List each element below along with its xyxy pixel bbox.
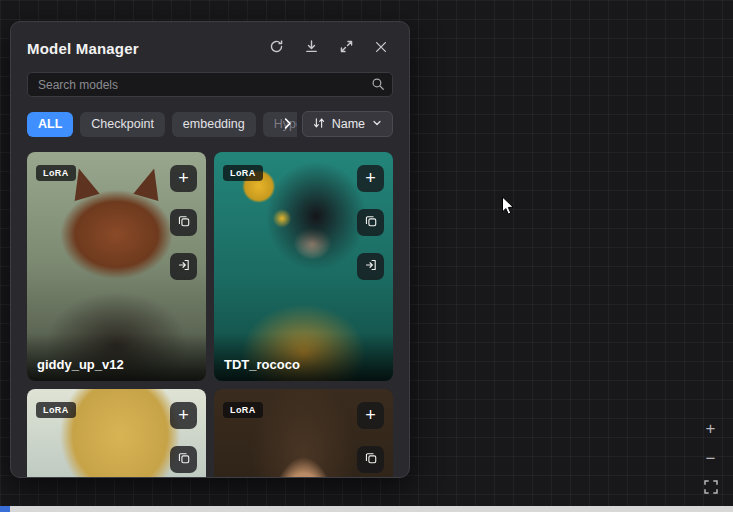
zoom-in-button[interactable]: + <box>700 418 721 439</box>
expand-icon <box>339 39 354 57</box>
copy-model-button[interactable] <box>170 446 197 473</box>
refresh-icon <box>269 39 284 57</box>
panel-title: Model Manager <box>27 40 139 57</box>
copy-model-button[interactable] <box>357 446 384 473</box>
panel-header-actions <box>264 36 393 60</box>
model-manager-panel: Model Manager ALL <box>10 21 410 478</box>
copy-icon <box>364 451 378 468</box>
model-card-row2-left[interactable]: LoRA + <box>27 389 206 478</box>
load-model-button[interactable] <box>170 253 197 280</box>
filter-chips: ALL Checkpoint embedding Hype <box>27 112 297 137</box>
sort-dropdown[interactable]: Name <box>302 111 393 137</box>
model-type-badge: LoRA <box>223 165 263 181</box>
copy-model-button[interactable] <box>357 209 384 236</box>
load-icon <box>364 258 378 275</box>
search-input[interactable] <box>27 72 393 97</box>
model-card-row2-right[interactable]: LoRA + <box>214 389 393 478</box>
canvas-controls: + − <box>700 418 721 499</box>
add-model-button[interactable]: + <box>170 165 197 192</box>
copy-icon <box>177 214 191 231</box>
load-model-button[interactable] <box>357 253 384 280</box>
add-model-button[interactable]: + <box>357 165 384 192</box>
model-card-giddy-up[interactable]: LoRA + giddy_up_v12 <box>27 152 206 381</box>
filter-row: ALL Checkpoint embedding Hype Name <box>27 111 393 137</box>
sort-label: Name <box>332 117 365 131</box>
model-name: TDT_rococo <box>214 333 393 381</box>
model-type-badge: LoRA <box>223 402 263 418</box>
copy-icon <box>364 214 378 231</box>
search-icon <box>371 77 385 95</box>
fit-view-button[interactable] <box>700 478 721 499</box>
filter-chip-all[interactable]: ALL <box>27 112 73 137</box>
model-type-badge: LoRA <box>36 402 76 418</box>
search-bar <box>27 72 393 97</box>
add-model-button[interactable]: + <box>170 402 197 429</box>
close-icon <box>374 40 388 57</box>
zoom-out-button[interactable]: − <box>700 448 721 469</box>
model-type-badge: LoRA <box>36 165 76 181</box>
bottom-edge-accent <box>0 506 10 512</box>
fit-view-icon <box>703 479 719 498</box>
close-button[interactable] <box>369 36 393 60</box>
panel-header: Model Manager <box>11 22 409 71</box>
expand-button[interactable] <box>334 36 358 60</box>
sort-icon <box>312 116 326 133</box>
app-canvas[interactable]: Model Manager ALL <box>0 0 733 512</box>
add-model-button[interactable]: + <box>357 402 384 429</box>
load-icon <box>177 258 191 275</box>
bottom-edge-strip <box>0 506 733 512</box>
model-card-tdt-rococo[interactable]: LoRA + TDT_rococo <box>214 152 393 381</box>
copy-icon <box>177 451 191 468</box>
model-grid: LoRA + giddy_up_v12 LoRA + <box>27 152 393 478</box>
mouse-cursor <box>501 196 515 220</box>
chevron-down-icon <box>371 117 383 132</box>
filter-chip-checkpoint[interactable]: Checkpoint <box>80 112 165 137</box>
model-name: giddy_up_v12 <box>27 333 206 381</box>
chevron-right-icon[interactable] <box>280 116 295 135</box>
filter-chip-embedding[interactable]: embedding <box>172 112 256 137</box>
copy-model-button[interactable] <box>170 209 197 236</box>
download-icon <box>304 39 319 57</box>
download-button[interactable] <box>299 36 323 60</box>
refresh-button[interactable] <box>264 36 288 60</box>
